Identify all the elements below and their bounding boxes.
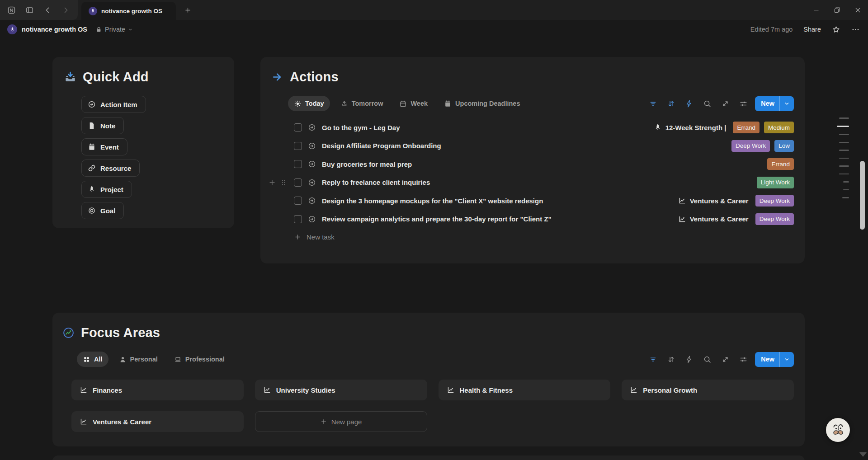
sort-button[interactable]: [667, 355, 675, 364]
sliders-icon: [739, 355, 748, 364]
focus-area-finances[interactable]: Finances: [71, 380, 244, 400]
quick-add-action-item-button[interactable]: Action Item: [81, 96, 146, 113]
outline-dash[interactable]: [842, 197, 849, 198]
task-project-name: 12-Week Strength |: [665, 124, 726, 131]
row-handles[interactable]: [268, 174, 288, 192]
minimize-button[interactable]: [806, 0, 826, 20]
actions-title: Actions: [290, 70, 339, 84]
task-project[interactable]: Ventures & Career: [678, 215, 749, 223]
actions-new-button[interactable]: New: [755, 96, 794, 111]
quick-add-project-button[interactable]: Project: [81, 181, 132, 198]
close-button[interactable]: [847, 0, 868, 20]
task-checkbox[interactable]: [294, 123, 302, 131]
quick-add-resource-button[interactable]: Resource: [81, 160, 140, 177]
bolt-button[interactable]: [685, 99, 693, 108]
focus-area-personal-growth[interactable]: Personal Growth: [622, 380, 794, 400]
outline-dash[interactable]: [843, 181, 849, 183]
actions-toolbar: [649, 99, 748, 108]
focus-areas-card: Focus Areas AllPersonalProfessional New …: [52, 313, 805, 446]
sliders-button[interactable]: [739, 355, 748, 364]
bolt-button[interactable]: [685, 355, 693, 364]
forward-chevron-button[interactable]: [58, 3, 73, 17]
outline-dash[interactable]: [839, 142, 849, 143]
task-title[interactable]: Design Affiliate Program Onboarding: [322, 142, 441, 150]
new-tab-button[interactable]: [180, 3, 195, 17]
arrow-circle-icon: [308, 160, 316, 168]
back-chevron-button[interactable]: [40, 3, 55, 17]
focus-area-health-fitness[interactable]: Health & Fitness: [439, 380, 611, 400]
task-properties: Errand: [767, 158, 794, 170]
more-options-button[interactable]: [851, 25, 860, 34]
actions-view-upcoming-deadlines[interactable]: Upcoming Deadlines: [438, 96, 526, 111]
new-task-button[interactable]: New task: [271, 229, 335, 245]
restore-button[interactable]: [826, 0, 847, 20]
outline-dash[interactable]: [839, 134, 849, 135]
task-checkbox[interactable]: [294, 160, 302, 168]
share-button[interactable]: Share: [803, 26, 821, 33]
outline-dash[interactable]: [843, 189, 849, 191]
task-checkbox[interactable]: [294, 178, 302, 187]
quick-add-note-button[interactable]: Note: [81, 117, 124, 134]
page-tab[interactable]: notivance growth OS: [81, 2, 176, 20]
new-button-dropdown[interactable]: [780, 356, 794, 363]
outline-dash[interactable]: [837, 126, 849, 127]
task-project[interactable]: Ventures & Career: [678, 197, 749, 205]
notion-logo-button[interactable]: [4, 3, 19, 17]
new-button-dropdown[interactable]: [780, 100, 794, 107]
task-row[interactable]: Buy groceries for meal prepErrand: [271, 155, 794, 174]
page-outline-indicator[interactable]: [837, 117, 849, 198]
task-title[interactable]: Go to the gym - Leg Day: [322, 124, 400, 131]
outline-dash[interactable]: [839, 174, 849, 175]
task-row[interactable]: Go to the gym - Leg Day12-Week Strength …: [271, 118, 794, 137]
quick-add-goal-button[interactable]: Goal: [81, 202, 124, 219]
expand-button[interactable]: [721, 99, 730, 108]
search-button[interactable]: [703, 355, 712, 364]
focus-view-personal[interactable]: Personal: [113, 352, 164, 367]
chevron-down-icon: [783, 100, 790, 107]
task-row[interactable]: Reply to freelance client inquiriesLight…: [271, 174, 794, 192]
actions-view-week[interactable]: Week: [393, 96, 434, 111]
sliders-button[interactable]: [739, 99, 748, 108]
filter-button[interactable]: [649, 355, 657, 364]
chart-icon: [630, 386, 638, 394]
new-page-button[interactable]: New page: [255, 411, 427, 432]
focus-area-university-studies[interactable]: University Studies: [255, 380, 427, 400]
breadcrumb[interactable]: notivance growth OS: [7, 24, 87, 34]
search-button[interactable]: [703, 99, 712, 108]
task-title[interactable]: Reply to freelance client inquiries: [322, 178, 430, 186]
focus-view-professional[interactable]: Professional: [168, 352, 231, 367]
sidebar-toggle-button[interactable]: [22, 3, 37, 17]
privacy-dropdown[interactable]: Private: [95, 26, 133, 33]
outline-dash[interactable]: [839, 117, 849, 119]
actions-view-today[interactable]: Today: [288, 96, 330, 111]
filter-icon: [649, 99, 657, 108]
filter-button[interactable]: [649, 99, 657, 108]
sidebar-toggle-icon: [25, 6, 34, 14]
task-checkbox[interactable]: [294, 142, 302, 150]
task-row[interactable]: Design Affiliate Program OnboardingDeep …: [271, 137, 794, 155]
outline-dash[interactable]: [839, 158, 849, 159]
outline-dash[interactable]: [839, 150, 849, 151]
task-checkbox[interactable]: [294, 215, 302, 223]
scrollbar-thumb[interactable]: [860, 161, 865, 230]
task-checkbox[interactable]: [294, 197, 302, 205]
favorite-button[interactable]: [832, 25, 840, 34]
lock-icon: [95, 26, 102, 33]
focus-area-ventures-career[interactable]: Ventures & Career: [71, 411, 244, 432]
task-project[interactable]: 12-Week Strength |: [654, 123, 726, 131]
expand-button[interactable]: [721, 355, 730, 364]
task-title[interactable]: Review campaign analytics and prepare th…: [322, 215, 552, 223]
task-title[interactable]: Buy groceries for meal prep: [322, 160, 412, 168]
task-title[interactable]: Design the 3 homepage mockups for the "C…: [322, 197, 543, 205]
task-row[interactable]: Design the 3 homepage mockups for the "C…: [271, 192, 794, 210]
focus-area-label: University Studies: [276, 386, 335, 394]
notion-ai-face-button[interactable]: [826, 418, 850, 442]
actions-view-tomorrow[interactable]: Tomorrow: [335, 96, 389, 111]
quick-add-event-button[interactable]: Event: [81, 138, 127, 155]
task-row[interactable]: Review campaign analytics and prepare th…: [271, 210, 794, 229]
sort-button[interactable]: [667, 99, 675, 108]
focus-new-button[interactable]: New: [755, 352, 794, 367]
outline-dash[interactable]: [839, 165, 849, 167]
actions-view-tabs: TodayTomorrowWeekUpcoming Deadlines: [288, 96, 526, 111]
focus-view-all[interactable]: All: [77, 352, 108, 367]
